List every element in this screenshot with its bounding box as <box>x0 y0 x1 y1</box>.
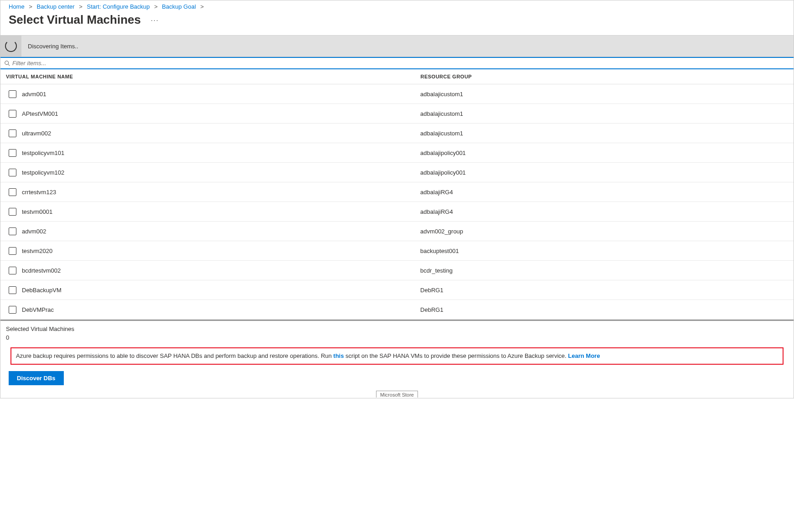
vm-checkbox[interactable] <box>9 208 16 216</box>
more-actions-button[interactable]: ··· <box>151 16 159 24</box>
table-row[interactable]: ultravm002adbalajicustom1 <box>0 124 794 143</box>
resource-group-cell: DebRG1 <box>420 287 785 294</box>
filter-row <box>0 57 794 69</box>
taskbar-tooltip: Microsoft Store <box>0 391 794 398</box>
table-row[interactable]: DebBackupVMDebRG1 <box>0 280 794 300</box>
vm-checkbox[interactable] <box>9 247 16 255</box>
svg-point-0 <box>5 61 9 64</box>
vm-checkbox[interactable] <box>9 188 16 196</box>
info-text-middle: script on the SAP HANA VMs to provide th… <box>344 352 568 359</box>
chevron-right-icon: > <box>200 3 204 10</box>
table-row[interactable]: bcdrtestvm002bcdr_testing <box>0 261 794 280</box>
vm-name-cell: bcdrtestvm002 <box>22 267 420 274</box>
breadcrumb-home[interactable]: Home <box>9 3 25 10</box>
resource-group-cell: bcdr_testing <box>420 267 785 274</box>
table-row[interactable]: testpolicyvm102adbalajipolicy001 <box>0 163 794 182</box>
vm-checkbox[interactable] <box>9 110 16 118</box>
breadcrumb-configure-backup[interactable]: Start: Configure Backup <box>87 3 150 10</box>
column-header-resource-group[interactable]: RESOURCE GROUP <box>420 74 788 79</box>
resource-group-cell: adbalajicustom1 <box>420 110 785 117</box>
vm-name-cell: advm002 <box>22 228 420 235</box>
vm-name-cell: testpolicyvm102 <box>22 169 420 176</box>
vm-checkbox[interactable] <box>9 129 16 137</box>
column-header-vm-name[interactable]: VIRTUAL MACHINE NAME <box>6 74 420 79</box>
status-text: Discovering Items.. <box>28 43 78 50</box>
resource-group-cell: DebRG1 <box>420 306 785 313</box>
resource-group-cell: adbalajicustom1 <box>420 130 785 137</box>
vm-name-cell: crrtestvm123 <box>22 189 420 196</box>
vm-checkbox[interactable] <box>9 306 16 314</box>
vm-checkbox[interactable] <box>9 90 16 98</box>
table-header: VIRTUAL MACHINE NAME RESOURCE GROUP <box>0 69 794 84</box>
discover-dbs-button[interactable]: Discover DBs <box>9 371 64 385</box>
vm-name-cell: testpolicyvm101 <box>22 150 420 156</box>
vm-checkbox[interactable] <box>9 227 16 235</box>
resource-group-cell: adbalajiRG4 <box>420 189 785 196</box>
spinner-box <box>0 35 21 57</box>
vm-name-cell: advm001 <box>22 91 420 98</box>
svg-line-1 <box>8 64 10 66</box>
footer: Selected Virtual Machines 0 Azure backup… <box>0 320 794 371</box>
breadcrumb: Home > Backup center > Start: Configure … <box>0 0 794 13</box>
script-link[interactable]: this <box>333 352 344 359</box>
vm-checkbox[interactable] <box>9 267 16 274</box>
breadcrumb-backup-center[interactable]: Backup center <box>37 3 75 10</box>
chevron-right-icon: > <box>29 3 32 10</box>
vm-name-cell: testvm0001 <box>22 208 420 215</box>
page-title: Select Virtual Machines <box>9 13 141 27</box>
info-banner: Azure backup requires permissions to abl… <box>10 347 784 365</box>
status-bar: Discovering Items.. <box>0 35 794 57</box>
taskbar-tooltip-text: Microsoft Store <box>376 391 418 398</box>
vm-checkbox[interactable] <box>9 286 16 294</box>
resource-group-cell: adbalajiRG4 <box>420 208 785 215</box>
table-row[interactable]: crrtestvm123adbalajiRG4 <box>0 182 794 202</box>
breadcrumb-backup-goal[interactable]: Backup Goal <box>162 3 196 10</box>
selected-vms-count: 0 <box>6 334 788 341</box>
loading-spinner-icon <box>5 40 17 52</box>
resource-group-cell: adbalajicustom1 <box>420 91 785 98</box>
selected-vms-label: Selected Virtual Machines <box>6 325 788 332</box>
table-row[interactable]: testpolicyvm101adbalajipolicy001 <box>0 143 794 163</box>
info-text-prefix: Azure backup requires permissions to abl… <box>16 352 333 359</box>
resource-group-cell: advm002_group <box>420 228 785 235</box>
resource-group-cell: adbalajipolicy001 <box>420 169 785 176</box>
learn-more-link[interactable]: Learn More <box>568 352 600 359</box>
vm-checkbox[interactable] <box>9 149 16 157</box>
chevron-right-icon: > <box>79 3 82 10</box>
vm-name-cell: APtestVM001 <box>22 110 420 117</box>
table-row[interactable]: advm001adbalajicustom1 <box>0 84 794 104</box>
search-icon <box>4 60 10 67</box>
vm-name-cell: DebVMPrac <box>22 306 420 313</box>
filter-input[interactable] <box>12 60 790 67</box>
vm-name-cell: DebBackupVM <box>22 287 420 294</box>
resource-group-cell: adbalajipolicy001 <box>420 150 785 156</box>
vm-checkbox[interactable] <box>9 169 16 176</box>
table-row[interactable]: advm002advm002_group <box>0 222 794 241</box>
table-row[interactable]: APtestVM001adbalajicustom1 <box>0 104 794 124</box>
table-row[interactable]: testvm2020backuptest001 <box>0 241 794 261</box>
table-row[interactable]: DebVMPracDebRG1 <box>0 300 794 320</box>
vm-name-cell: testvm2020 <box>22 248 420 254</box>
table-body: advm001adbalajicustom1APtestVM001adbalaj… <box>0 84 794 320</box>
table-row[interactable]: testvm0001adbalajiRG4 <box>0 202 794 222</box>
vm-name-cell: ultravm002 <box>22 130 420 137</box>
chevron-right-icon: > <box>154 3 158 10</box>
resource-group-cell: backuptest001 <box>420 248 785 254</box>
